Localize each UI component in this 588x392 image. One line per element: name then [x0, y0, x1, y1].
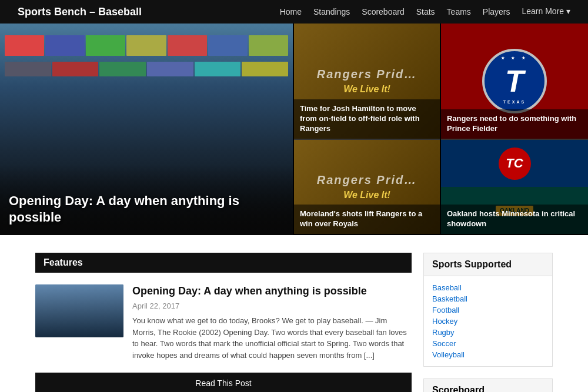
hero-tile-oakland-title: Oakland hosts Minnesota in critical show…: [447, 209, 582, 229]
feature-title: Opening Day: A day when anything is poss…: [132, 284, 412, 298]
sport-hockey[interactable]: Hockey: [432, 316, 544, 327]
feature-item: Opening Day: A day when anything is poss…: [35, 284, 412, 361]
nav-links: Home Standings Scoreboard Stats Teams Pl…: [280, 6, 570, 17]
sport-volleyball[interactable]: Volleyball: [432, 349, 544, 360]
texas-rangers-logo: ★ ★ ★ T TEXAS: [482, 49, 547, 113]
hero-main-title: Opening Day: A day when anything is poss…: [9, 193, 284, 226]
read-post-button[interactable]: Read This Post: [35, 373, 412, 392]
hero-section: Opening Day: A day when anything is poss…: [0, 24, 588, 235]
feature-excerpt: You know what we get to do today, Brooks…: [132, 315, 412, 361]
hero-col-right: ★ ★ ★ T TEXAS Rangers need to do somethi…: [441, 24, 588, 235]
hero-tile-hamilton[interactable]: Rangers Prid… We Live It! Time for Josh …: [294, 24, 440, 140]
nav-home[interactable]: Home: [280, 7, 302, 16]
main-content: Features Opening Day: A day when anythin…: [0, 235, 588, 392]
sport-soccer[interactable]: Soccer: [432, 338, 544, 349]
feature-date: April 22, 2017: [132, 301, 412, 310]
sports-supported-card: Sports Supported Baseball Basketball Foo…: [423, 253, 553, 367]
navbar: Sports Bench – Baseball Home Standings S…: [0, 0, 588, 24]
nav-scoreboard[interactable]: Scoreboard: [362, 7, 404, 16]
hero-tile-fielder-title: Rangers need to do something with Prince…: [447, 114, 582, 134]
nav-stats[interactable]: Stats: [416, 7, 435, 16]
features-header: Features: [35, 253, 412, 273]
sidebar: Sports Supported Baseball Basketball Foo…: [423, 253, 553, 392]
scoreboard-header: Scoreboard: [424, 379, 552, 392]
hero-tile-moreland-title: Moreland's shots lift Rangers to a win o…: [300, 209, 434, 229]
hero-col-mid: Rangers Prid… We Live It! Time for Josh …: [294, 24, 440, 235]
features-section: Features Opening Day: A day when anythin…: [35, 253, 412, 392]
scoreboard-card: Scoreboard ‹ Week 3 › KC Kansas City 1 T…: [423, 378, 553, 392]
sports-list: Baseball Basketball Football Hockey Rugb…: [424, 276, 552, 366]
twins-logo: TC: [499, 148, 531, 180]
feature-text: Opening Day: A day when anything is poss…: [132, 284, 412, 361]
sports-supported-header: Sports Supported: [424, 253, 552, 276]
nav-teams[interactable]: Teams: [447, 7, 471, 16]
hero-tile-moreland[interactable]: Rangers Prid… We Live It! Moreland's sho…: [294, 140, 440, 234]
hero-tile-oakland[interactable]: TC OAKLAND Oakland hosts Minnesota in cr…: [441, 140, 588, 234]
hero-main[interactable]: Opening Day: A day when anything is poss…: [0, 24, 293, 235]
sport-baseball[interactable]: Baseball: [432, 282, 544, 293]
sport-football[interactable]: Football: [432, 304, 544, 316]
sport-basketball[interactable]: Basketball: [432, 293, 544, 304]
hero-tile-hamilton-title: Time for Josh Hamilton to move from on-f…: [300, 104, 434, 134]
site-logo: Sports Bench – Baseball: [18, 6, 142, 18]
nav-learn-more[interactable]: Learn More ▾: [522, 6, 570, 16]
feature-thumbnail[interactable]: [35, 284, 123, 337]
sport-rugby[interactable]: Rugby: [432, 327, 544, 338]
twins-section: TC: [441, 140, 588, 187]
nav-standings[interactable]: Standings: [313, 7, 350, 16]
nav-players[interactable]: Players: [483, 7, 510, 16]
hero-tile-fielder[interactable]: ★ ★ ★ T TEXAS Rangers need to do somethi…: [441, 24, 588, 140]
